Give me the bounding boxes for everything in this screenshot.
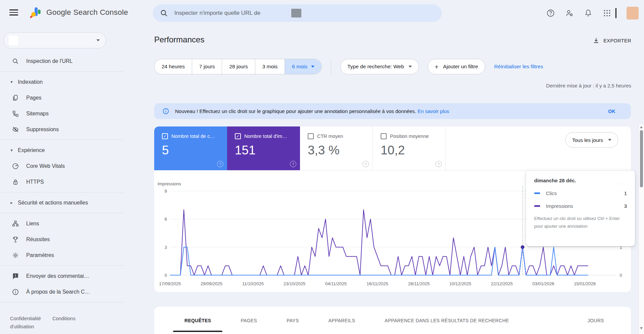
svg-text:22/12/2025: 22/12/2025 <box>491 281 513 286</box>
tab-appareils[interactable]: APPAREILS <box>314 307 370 334</box>
metric-card-total-impressions[interactable]: ✓Nombre total d'im… 151 ? <box>227 126 300 170</box>
range-28-jours[interactable]: 28 jours <box>222 59 255 74</box>
banner-text: Nouveau ! Effectuez un clic droit sur le… <box>175 108 449 114</box>
help-icon[interactable]: ? <box>362 161 369 167</box>
help-icon[interactable]: ? <box>217 161 223 167</box>
range-24-heures[interactable]: 24 heures <box>155 59 192 74</box>
user-settings-icon[interactable] <box>565 9 574 17</box>
granularity-dropdown[interactable]: Tous les jours <box>565 132 618 148</box>
help-icon[interactable]: ? <box>290 161 296 167</box>
search-type-filter-button[interactable]: Type de recherche: Web <box>340 59 419 74</box>
sidebar-item-reussites[interactable]: Réussites <box>0 231 124 247</box>
sidebar-item-core-web-vitals[interactable]: Core Web Vitals <box>0 158 124 174</box>
add-filter-button[interactable]: + Ajouter un filtre <box>428 59 485 74</box>
chart-tooltip: dimanche 28 déc. Clics 1 Impressions 3 E… <box>526 171 635 246</box>
checkbox-checked[interactable]: ✓ <box>162 133 168 139</box>
divider <box>0 302 124 302</box>
chevron-down-icon <box>311 66 314 68</box>
filter-bar: 24 heures 7 jours 28 jours 3 mois 6 mois… <box>154 59 543 74</box>
sidebar-item-pages[interactable]: Pages <box>0 90 124 106</box>
divider <box>0 71 124 72</box>
svg-text:0: 0 <box>619 273 622 278</box>
sidebar-item-https[interactable]: HTTPS <box>0 174 124 190</box>
tab-apparence[interactable]: APPARENCE DANS LES RÉSULTATS DE RECHERCH… <box>370 307 524 334</box>
cards-filler: Tous les jours <box>446 126 631 170</box>
sidebar-section-security-manual-actions[interactable]: ▸ Sécurité et actions manuelles <box>0 195 124 211</box>
gear-icon <box>12 252 19 259</box>
range-7-jours[interactable]: 7 jours <box>192 59 222 74</box>
info-icon <box>162 108 169 115</box>
impressions-legend-dash <box>534 205 540 207</box>
privacy-link[interactable]: Confidentialité <box>10 316 41 321</box>
sitemaps-tree-icon <box>12 110 19 117</box>
url-inspection-input[interactable] <box>174 9 286 17</box>
banner-ok-button[interactable]: OK <box>608 109 615 114</box>
help-icon[interactable] <box>546 9 555 17</box>
export-button[interactable]: EXPORTER <box>593 37 631 44</box>
dimension-tabs: REQUÊTES PAGES PAYS APPAREILS APPARENCE … <box>154 307 631 334</box>
svg-text:3: 3 <box>165 245 167 250</box>
vertical-scrollbar[interactable] <box>639 124 644 334</box>
search-icon <box>160 9 168 17</box>
performance-chart[interactable]: 03690123ImpressionsClics17/09/202529/09/… <box>154 171 631 292</box>
scroll-up-arrow[interactable] <box>640 126 643 128</box>
metric-label: Position moyenne <box>390 134 429 139</box>
main-content: Performances EXPORTER 24 heures 7 jours … <box>154 26 633 334</box>
text-caret <box>615 8 616 18</box>
divider <box>331 59 331 74</box>
sidebar-item-suppressions[interactable]: Suppressions <box>0 121 124 137</box>
clics-legend-dash <box>534 192 540 194</box>
last-update-text: Dernière mise à jour : il y a 2,5 heures <box>546 83 631 88</box>
sidebar-item-label: Sitemaps <box>26 111 49 117</box>
divider <box>0 192 124 192</box>
app-logo[interactable]: Google Search Console <box>29 6 128 19</box>
property-favicon-redacted <box>8 35 18 45</box>
range-3-mois[interactable]: 3 mois <box>255 59 285 74</box>
granularity-label: Tous les jours <box>572 137 603 143</box>
metric-label: CTR moyen <box>317 134 343 139</box>
google-apps-grid-icon[interactable] <box>603 9 611 17</box>
sidebar-item-about[interactable]: À propos de la Search C… <box>0 284 124 300</box>
sidebar-item-liens[interactable]: Liens <box>0 216 124 231</box>
sidebar-section-experience[interactable]: ▾ Expérience <box>0 142 124 158</box>
sidebar-item-feedback[interactable]: Envoyer des commentai… <box>0 268 124 284</box>
metric-card-avg-position[interactable]: Position moyenne 10,2 ? <box>373 126 446 170</box>
info-icon <box>12 288 19 296</box>
svg-text:Impressions: Impressions <box>158 181 181 186</box>
svg-text:10/12/2025: 10/12/2025 <box>449 281 471 286</box>
scroll-down-arrow[interactable] <box>640 327 643 329</box>
checkbox-checked[interactable]: ✓ <box>235 133 241 139</box>
sidebar-item-label: Paramètres <box>26 252 54 258</box>
tab-pays[interactable]: PAYS <box>272 307 313 334</box>
app-title: Google Search Console <box>46 8 128 17</box>
tab-pages[interactable]: PAGES <box>226 307 272 334</box>
metric-card-avg-ctr[interactable]: CTR moyen 3,3 % ? <box>300 126 373 170</box>
sidebar-item-label: Réussites <box>26 236 50 243</box>
performance-panel: ✓Nombre total de c… 5 ? ✓Nombre total d'… <box>154 126 631 292</box>
account-avatar[interactable] <box>627 7 639 20</box>
sidebar-item-parametres[interactable]: Paramètres <box>0 247 124 263</box>
scrollbar-thumb[interactable] <box>640 130 643 187</box>
notifications-bell-icon[interactable] <box>584 9 593 17</box>
tab-jours[interactable]: JOURS <box>573 307 619 334</box>
hamburger-menu-icon[interactable] <box>9 8 18 17</box>
checkbox-unchecked[interactable] <box>381 133 387 139</box>
property-selector[interactable] <box>3 32 106 48</box>
reset-filters-link[interactable]: Réinitialiser les filtres <box>494 64 543 70</box>
learn-more-link[interactable]: En savoir plus <box>418 108 449 114</box>
search-console-logo-icon <box>29 6 42 19</box>
metric-card-total-clicks[interactable]: ✓Nombre total de c… 5 ? <box>154 126 227 170</box>
range-6-mois-selected[interactable]: 6 mois <box>285 59 321 74</box>
svg-text:11/10/2025: 11/10/2025 <box>242 281 264 286</box>
sidebar-item-sitemaps[interactable]: Sitemaps <box>0 106 124 121</box>
url-inspection-search-bar[interactable] <box>153 4 442 22</box>
sidebar: Inspection de l'URL ▾ Indexation Pages S… <box>0 26 124 334</box>
divider <box>0 265 124 266</box>
checkbox-unchecked[interactable] <box>308 133 314 139</box>
svg-text:9: 9 <box>165 189 167 194</box>
sidebar-item-label: HTTPS <box>26 179 44 185</box>
tab-requetes[interactable]: REQUÊTES <box>170 307 226 334</box>
sidebar-item-url-inspection[interactable]: Inspection de l'URL <box>0 53 124 69</box>
help-icon[interactable]: ? <box>435 161 442 167</box>
sidebar-section-indexation[interactable]: ▾ Indexation <box>0 74 124 90</box>
